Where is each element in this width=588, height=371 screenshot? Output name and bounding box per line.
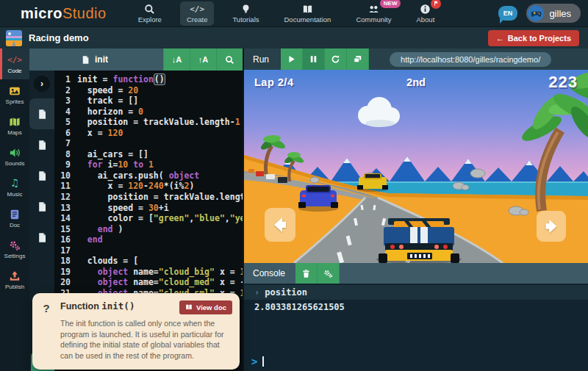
map-icon — [9, 116, 21, 128]
pause-button[interactable] — [303, 48, 325, 70]
code-line: 14 color = ["green","blue","yellow — [54, 213, 243, 224]
game-viewport[interactable]: Lap 2/4 2nd 223 — [244, 70, 588, 263]
file-icon — [37, 170, 48, 181]
project-thumbnail — [6, 30, 22, 46]
sidebar-item-doc[interactable]: Doc — [0, 203, 29, 234]
left-arrow-icon: ← — [496, 34, 504, 43]
console-panel: Console ›position 2.803381265621505 > — [244, 263, 588, 371]
clear-console-button[interactable] — [295, 263, 318, 284]
help-icon: ? — [32, 300, 60, 361]
code-line: 15 end ) — [54, 224, 243, 235]
code-line: 9 for i=10 to 1 — [54, 159, 243, 170]
nav-item-explore[interactable]: Explore — [132, 1, 168, 26]
image-icon — [9, 85, 21, 97]
project-url[interactable]: http://localhost:8080/gilles/racingdemo/ — [390, 52, 551, 67]
text-caret — [262, 356, 264, 367]
code-line: 17 — [54, 245, 243, 256]
file-item[interactable] — [29, 160, 54, 191]
lightbulb-icon — [240, 4, 251, 15]
top-navbar: microStudio Explore</>CreateTutorialsDoc… — [0, 0, 588, 26]
user-menu[interactable]: gilles — [526, 4, 581, 23]
sidebar-item-sprites[interactable]: Sprites — [0, 79, 29, 110]
speaker-icon — [9, 147, 21, 159]
code-icon: </> — [192, 4, 203, 15]
upload-icon — [9, 270, 21, 282]
code-line: 4 horizon = 0 — [54, 107, 243, 118]
windows-icon — [353, 54, 362, 64]
people-icon — [368, 4, 379, 15]
project-title: Racing demo — [29, 32, 481, 43]
steer-left-button[interactable] — [265, 208, 295, 242]
search-icon — [225, 55, 234, 65]
pause-icon — [309, 54, 318, 64]
sidebar-item-publish[interactable]: Publish — [0, 264, 29, 295]
play-button[interactable] — [281, 48, 303, 70]
code-line: 19 object name="cloud_big" x = 120 y — [54, 267, 243, 278]
sidebar-item-maps[interactable]: Maps — [0, 110, 29, 141]
nav-item-about[interactable]: About — [409, 1, 441, 26]
code-line: 16 end — [54, 234, 243, 245]
file-item[interactable] — [29, 222, 54, 253]
tooltip-title: Function init() — [60, 300, 135, 311]
file-item[interactable] — [29, 98, 54, 129]
gamepad-avatar — [528, 5, 544, 21]
expand-file-list-button[interactable]: › — [34, 76, 50, 92]
nav-item-tutorials[interactable]: Tutorials — [226, 1, 265, 26]
search-icon — [144, 4, 155, 15]
steer-right-button[interactable] — [537, 211, 566, 242]
code-panel: init ↓A ↑A › 1init = function()2 speed =… — [29, 48, 243, 371]
detach-window-button[interactable] — [347, 48, 369, 70]
editor-toolbar: ↓A ↑A — [163, 48, 243, 71]
view-doc-button[interactable]: View doc — [179, 300, 232, 314]
file-icon — [37, 201, 48, 212]
logo[interactable]: microStudio — [21, 5, 107, 22]
reload-icon — [331, 54, 340, 64]
run-label: Run — [244, 54, 281, 65]
code-line: 7 — [54, 138, 243, 149]
console-log: ›position 2.803381265621505 — [244, 284, 588, 352]
nav-item-documentation[interactable]: Documentation — [278, 1, 338, 26]
main-nav: Explore</>CreateTutorialsDocumentationCo… — [132, 1, 498, 26]
code-line: 1init = function() — [54, 74, 243, 85]
gear-icon — [9, 239, 21, 251]
play-icon — [287, 54, 296, 64]
logo-micro: micro — [21, 5, 62, 21]
book-icon — [185, 303, 193, 311]
code-line: 12 position = trackValue.length-1+ — [54, 192, 243, 203]
code-line: 20 object name="cloud_med" x = -120 — [54, 277, 243, 288]
font-decrease-button[interactable]: ↓A — [163, 48, 190, 71]
font-increase-button[interactable]: ↑A — [190, 48, 216, 71]
language-button[interactable]: EN — [498, 6, 518, 21]
console-prompt: > — [251, 356, 257, 367]
editor-tabbar: init ↓A ↑A — [29, 48, 243, 71]
code-line: 5 position = trackValue.length-1 — [54, 117, 243, 128]
sidebar-item-sounds[interactable]: Sounds — [0, 141, 29, 172]
console-result-line: 2.803381265621505 — [244, 300, 588, 314]
nav-item-community[interactable]: CommunityNEW — [349, 1, 398, 26]
sidebar-item-code[interactable]: </>Code — [0, 48, 29, 79]
file-icon — [37, 140, 48, 151]
book-icon — [302, 4, 313, 15]
nav-item-create[interactable]: </>Create — [180, 1, 215, 26]
doc-tooltip: ? Function init() View doc The init func… — [32, 293, 240, 370]
file-item[interactable] — [29, 191, 54, 222]
sidebar-item-settings[interactable]: Settings — [0, 234, 29, 264]
file-item[interactable] — [29, 129, 54, 160]
new-badge: NEW — [380, 0, 401, 8]
code-line: 11 x = 120-240*(i%2) — [54, 181, 243, 192]
tooltip-body: The init function is called only once wh… — [60, 318, 232, 361]
console-settings-button[interactable] — [318, 263, 340, 284]
microstudio-app: microStudio Explore</>CreateTutorialsDoc… — [0, 0, 588, 371]
console-input[interactable]: > — [244, 352, 588, 371]
search-button[interactable] — [216, 48, 243, 71]
flag-badge — [431, 0, 441, 9]
music-icon: ♫ — [9, 178, 21, 190]
info-icon — [420, 4, 431, 15]
code-line: 13 speed = 30+i — [54, 203, 243, 214]
tab-init[interactable]: init — [29, 54, 108, 65]
console-title: Console — [244, 268, 295, 278]
back-to-projects-button[interactable]: ←Back to Projects — [488, 30, 579, 46]
reload-button[interactable] — [325, 48, 347, 70]
code-icon: </> — [9, 54, 21, 66]
sidebar-item-music[interactable]: ♫Music — [0, 172, 29, 203]
